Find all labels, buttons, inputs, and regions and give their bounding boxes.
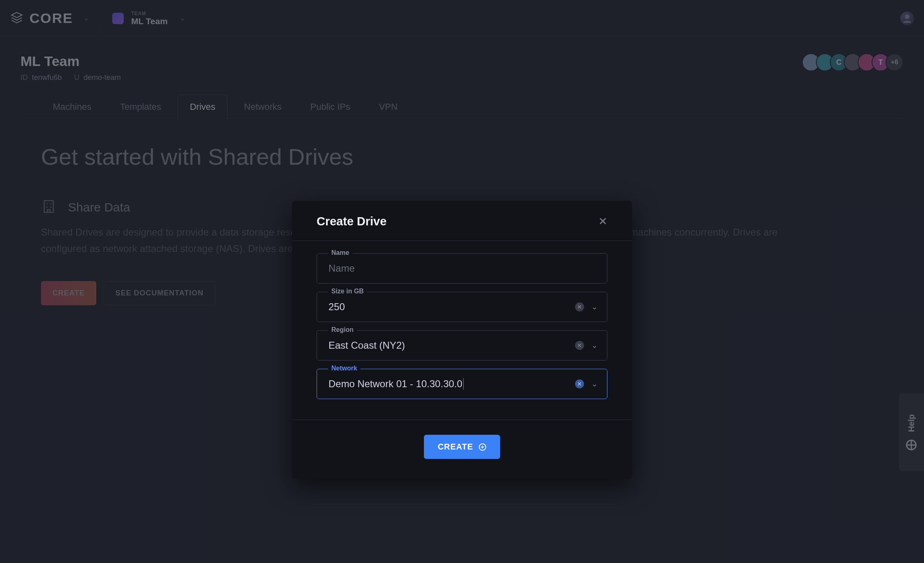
region-select[interactable]: East Coast (NY2) [317, 330, 607, 361]
network-select[interactable]: Demo Network 01 - 10.30.30.0 [317, 369, 607, 399]
clear-icon[interactable]: ✕ [575, 379, 584, 388]
chevron-down-icon[interactable]: ⌄ [591, 379, 598, 388]
clear-icon[interactable]: ✕ [575, 302, 584, 311]
close-icon[interactable]: ✕ [598, 215, 607, 228]
name-input[interactable] [317, 253, 607, 284]
plus-circle-icon: + [479, 443, 486, 451]
create-drive-modal: Create Drive ✕ Name Size in GB 250 ✕ [292, 201, 632, 479]
modal-title: Create Drive [317, 215, 387, 228]
modal-create-button[interactable]: CREATE + [424, 435, 500, 459]
size-label: Size in GB [328, 288, 367, 295]
chevron-down-icon[interactable]: ⌄ [591, 302, 598, 311]
modal-overlay[interactable]: Create Drive ✕ Name Size in GB 250 ✕ [0, 0, 924, 563]
chevron-down-icon[interactable]: ⌄ [591, 341, 598, 350]
region-label: Region [328, 326, 357, 334]
size-select[interactable]: 250 [317, 292, 607, 322]
network-label: Network [328, 365, 360, 372]
name-label: Name [328, 249, 353, 257]
clear-icon[interactable]: ✕ [575, 341, 584, 350]
